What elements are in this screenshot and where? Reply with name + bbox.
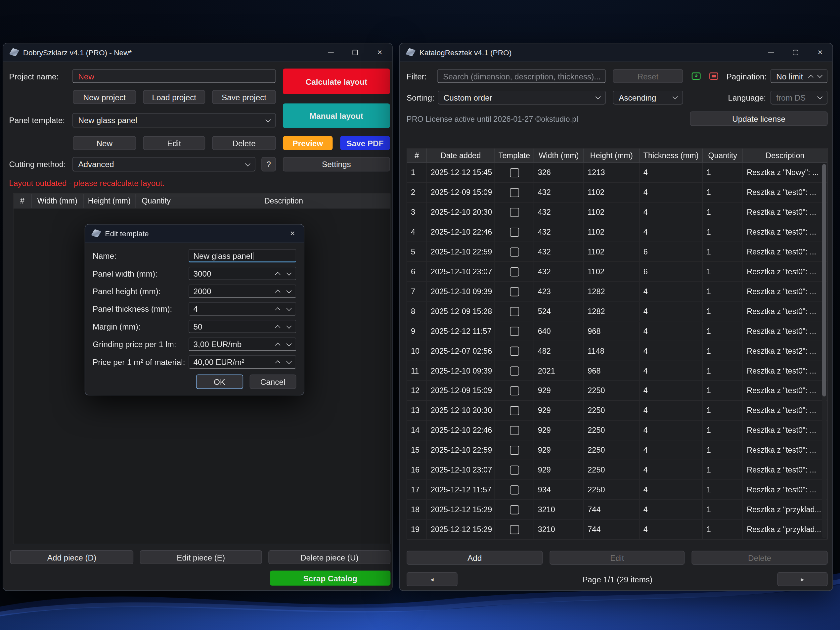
add-button[interactable]: Add	[407, 551, 543, 565]
spin-down-button[interactable]	[286, 322, 292, 331]
header-num[interactable]: #	[407, 148, 427, 163]
cutting-method-select[interactable]: Advanced	[73, 157, 256, 171]
update-license-button[interactable]: Update license	[690, 112, 828, 126]
import-icon[interactable]	[690, 71, 703, 81]
load-project-button[interactable]: Load project	[143, 90, 205, 104]
spin-up-button[interactable]	[275, 287, 280, 295]
spin-up-button[interactable]	[275, 340, 280, 349]
sorting-select[interactable]: Custom order	[438, 91, 606, 104]
panel-height-spinner[interactable]: 2000	[189, 284, 296, 298]
table-row[interactable]: 72025-12-10 09:39423128241Resztka z "tes…	[407, 282, 827, 302]
template-delete-button[interactable]: Delete	[212, 136, 276, 150]
template-checkbox[interactable]	[510, 426, 519, 435]
template-edit-button[interactable]: Edit	[143, 136, 205, 150]
template-checkbox[interactable]	[510, 287, 519, 296]
save-project-button[interactable]: Save project	[212, 90, 276, 104]
table-row[interactable]: 162025-12-10 23:07929225041Resztka z "te…	[407, 460, 827, 480]
template-checkbox[interactable]	[510, 445, 519, 455]
scrollbar-thumb[interactable]	[822, 164, 826, 396]
direction-select[interactable]: Ascending	[613, 91, 683, 104]
ok-button[interactable]: OK	[196, 374, 243, 389]
prev-page-button[interactable]: ◄	[407, 572, 458, 586]
delete-piece-button[interactable]: Delete piece (U)	[268, 550, 390, 564]
table-row[interactable]: 82025-12-09 15:28524128241Resztka z "tes…	[407, 302, 827, 322]
panel-width-spinner[interactable]: 3000	[189, 267, 296, 280]
template-checkbox[interactable]	[510, 227, 519, 237]
template-checkbox[interactable]	[510, 168, 519, 177]
header-template[interactable]: Template	[495, 148, 534, 163]
template-checkbox[interactable]	[510, 247, 519, 256]
next-page-button[interactable]: ►	[777, 572, 827, 586]
spin-up-button[interactable]	[275, 322, 280, 331]
preview-button[interactable]: Preview	[283, 136, 333, 150]
table-row[interactable]: 12025-12-12 15:45326121341Resztka z "Now…	[407, 163, 827, 183]
minimize-button[interactable]	[759, 43, 783, 61]
table-row[interactable]: 62025-12-10 23:07432110261Resztka z "tes…	[407, 262, 827, 282]
table-row[interactable]: 142025-12-10 22:46929225041Resztka z "te…	[407, 420, 827, 441]
name-input[interactable]: New glass panel	[189, 249, 296, 262]
table-row[interactable]: 132025-12-10 20:30929225041Resztka z "te…	[407, 401, 827, 420]
table-row[interactable]: 192025-12-12 15:29321074441Resztka z "pr…	[407, 520, 827, 540]
header-thickness[interactable]: Thickness (mm)	[639, 148, 703, 163]
spin-down-icon[interactable]	[817, 73, 823, 78]
table-row[interactable]: 152025-12-10 22:59929225041Resztka z "te…	[407, 441, 827, 460]
maximize-button[interactable]	[343, 43, 367, 61]
template-checkbox[interactable]	[510, 465, 519, 474]
header-description[interactable]: Description	[743, 148, 827, 163]
titlebar-right[interactable]: KatalogResztek v4.1 (PRO) ✕	[399, 43, 832, 62]
spin-down-button[interactable]	[286, 269, 292, 278]
template-checkbox[interactable]	[510, 525, 519, 534]
dialog-titlebar[interactable]: Edit template ✕	[85, 224, 304, 243]
spin-up-button[interactable]	[275, 269, 280, 278]
panel-thickness-spinner[interactable]: 4	[189, 302, 296, 315]
export-icon[interactable]	[708, 71, 720, 81]
cancel-button[interactable]: Cancel	[249, 374, 297, 389]
material-price-spinner[interactable]: 40,00 EUR/m²	[189, 355, 296, 369]
table-row[interactable]: 122025-12-09 15:09929225041Resztka z "te…	[407, 381, 827, 401]
margin-spinner[interactable]: 50	[189, 320, 296, 333]
help-button[interactable]: ?	[261, 157, 276, 171]
dialog-close-button[interactable]: ✕	[281, 224, 304, 242]
table-row[interactable]: 172025-12-12 11:57934225041Resztka z "te…	[407, 480, 827, 500]
language-select[interactable]: from DS	[770, 91, 827, 104]
template-checkbox[interactable]	[510, 346, 519, 356]
edit-piece-button[interactable]: Edit piece (E)	[140, 550, 262, 564]
table-row[interactable]: 42025-12-10 22:46432110241Resztka z "tes…	[407, 223, 827, 242]
template-new-button[interactable]: New	[73, 136, 136, 150]
header-width[interactable]: Width (mm)	[534, 148, 584, 163]
spin-down-button[interactable]	[286, 340, 292, 349]
grinding-price-spinner[interactable]: 3,00 EUR/mb	[189, 338, 296, 351]
table-row[interactable]: 52025-12-10 22:59432110261Resztka z "tes…	[407, 242, 827, 262]
template-checkbox[interactable]	[510, 327, 519, 336]
new-project-button[interactable]: New project	[73, 90, 136, 104]
template-checkbox[interactable]	[510, 505, 519, 514]
titlebar-left[interactable]: DobrySzklarz v4.1 (PRO) - New* ✕	[3, 43, 392, 62]
template-checkbox[interactable]	[510, 406, 519, 415]
spin-up-button[interactable]	[275, 358, 280, 366]
template-checkbox[interactable]	[510, 267, 519, 276]
settings-button[interactable]: Settings	[283, 157, 390, 171]
table-row[interactable]: 92025-12-12 11:5764096841Resztka z "test…	[407, 322, 827, 341]
table-row[interactable]: 22025-12-09 15:09432110241Resztka z "tes…	[407, 183, 827, 202]
table-row[interactable]: 102025-12-07 02:56482114841Resztka z "te…	[407, 341, 827, 361]
project-name-input[interactable]	[73, 69, 276, 83]
template-checkbox[interactable]	[510, 366, 519, 376]
template-checkbox[interactable]	[510, 188, 519, 197]
template-checkbox[interactable]	[510, 307, 519, 316]
template-checkbox[interactable]	[510, 207, 519, 217]
panel-template-select[interactable]: New glass panel	[73, 113, 276, 128]
minimize-button[interactable]	[318, 43, 343, 61]
manual-layout-button[interactable]: Manual layout	[283, 104, 390, 128]
template-checkbox[interactable]	[510, 386, 519, 395]
search-input[interactable]	[437, 69, 606, 83]
close-button[interactable]: ✕	[808, 43, 832, 61]
calculate-layout-button[interactable]: Calculate layout	[283, 68, 390, 94]
pagination-spinner[interactable]: No limit	[770, 69, 827, 83]
table-row[interactable]: 112025-12-10 09:39202196841Resztka z "te…	[407, 361, 827, 381]
table-scrollbar[interactable]	[822, 164, 826, 538]
header-date-added[interactable]: Date added	[427, 148, 495, 163]
add-piece-button[interactable]: Add piece (D)	[10, 550, 133, 564]
table-row[interactable]: 182025-12-12 15:29321074441Resztka z "pr…	[407, 500, 827, 520]
close-button[interactable]: ✕	[368, 43, 392, 61]
spin-down-button[interactable]	[286, 305, 292, 313]
